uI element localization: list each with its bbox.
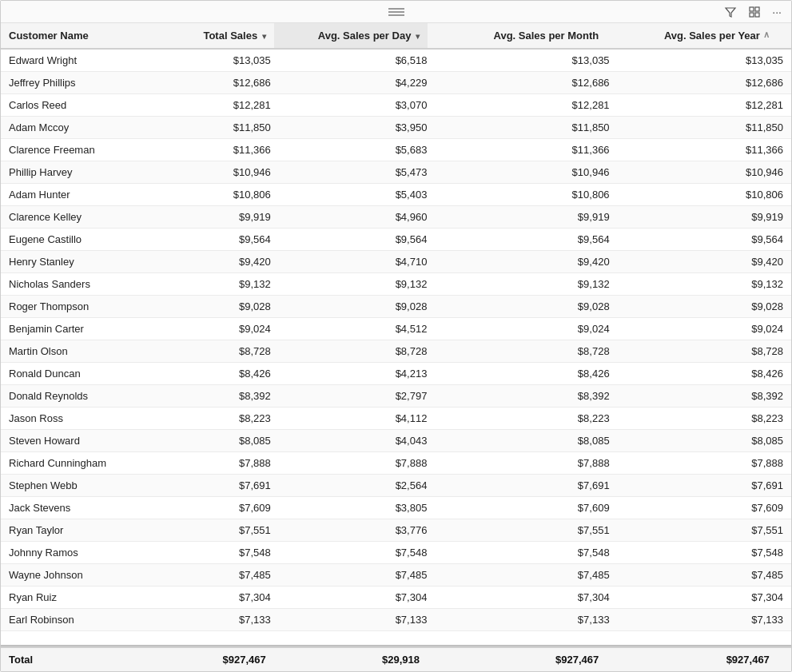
- cell-customer-name: Jeffrey Phillips: [1, 72, 183, 94]
- layout-icon[interactable]: [745, 4, 764, 20]
- cell-avg-year: $7,609: [618, 497, 791, 519]
- table-row: Nicholas Sanders$9,132$9,132$9,132$9,132: [1, 273, 791, 296]
- cell-avg-day: $3,776: [279, 519, 436, 542]
- cell-avg-year: $7,133: [618, 609, 791, 631]
- table-row: Eugene Castillo$9,564$9,564$9,564$9,564: [1, 229, 791, 251]
- cell-avg-day: $9,564: [279, 229, 436, 251]
- cell-avg-day: $4,112: [279, 408, 436, 430]
- cell-avg-month: $9,919: [435, 206, 617, 229]
- cell-avg-year: $11,366: [618, 139, 791, 161]
- cell-avg-day: $2,797: [279, 385, 436, 408]
- cell-avg-year: $11,850: [618, 117, 791, 139]
- table-row: Adam Hunter$10,806$5,403$10,806$10,806: [1, 184, 791, 206]
- cell-total-sales: $7,691: [183, 475, 279, 497]
- cell-avg-year: $9,420: [618, 251, 791, 273]
- svg-rect-3: [755, 13, 759, 17]
- cell-customer-name: Wayne Johnson: [1, 564, 183, 587]
- sort-arrow-day: ▾: [416, 32, 420, 41]
- col-header-avg-day[interactable]: Avg. Sales per Day ▾: [274, 23, 428, 49]
- total-month: $927,467: [428, 647, 607, 671]
- cell-total-sales: $11,850: [183, 117, 279, 139]
- top-bar: ···: [1, 1, 791, 23]
- cell-avg-month: $11,366: [435, 139, 617, 161]
- cell-avg-year: $12,686: [618, 72, 791, 94]
- drag-handle-area[interactable]: [385, 6, 408, 18]
- cell-avg-day: $3,950: [279, 117, 436, 139]
- table-row: Jeffrey Phillips$12,686$4,229$12,686$12,…: [1, 72, 791, 94]
- col-header-total-sales[interactable]: Total Sales ▾: [180, 23, 273, 49]
- cell-avg-day: $4,960: [279, 206, 436, 229]
- cell-avg-year: $7,485: [618, 564, 791, 587]
- cell-avg-day: $7,133: [279, 609, 436, 631]
- cell-customer-name: Phillip Harvey: [1, 161, 183, 184]
- cell-avg-year: $13,035: [618, 50, 791, 72]
- cell-avg-month: $7,485: [435, 564, 617, 587]
- table-row: Henry Stanley$9,420$4,710$9,420$9,420: [1, 251, 791, 273]
- cell-avg-month: $12,686: [435, 72, 617, 94]
- table-row: Edward Wright$13,035$6,518$13,035$13,035: [1, 50, 791, 72]
- table-row: Ryan Ruiz$7,304$7,304$7,304$7,304: [1, 587, 791, 609]
- drag-handle[interactable]: [385, 6, 408, 18]
- cell-avg-month: $7,133: [435, 609, 617, 631]
- cell-customer-name: Stephen Webb: [1, 475, 183, 497]
- cell-total-sales: $7,133: [183, 609, 279, 631]
- cell-customer-name: Clarence Freeman: [1, 139, 183, 161]
- table-row: Wayne Johnson$7,485$7,485$7,485$7,485: [1, 564, 791, 587]
- cell-avg-year: $10,946: [618, 161, 791, 184]
- cell-customer-name: Jason Ross: [1, 408, 183, 430]
- cell-avg-year: $7,551: [618, 519, 791, 542]
- cell-total-sales: $13,035: [183, 50, 279, 72]
- col-header-avg-year[interactable]: Avg. Sales per Year ∧: [607, 23, 778, 49]
- cell-total-sales: $9,564: [183, 229, 279, 251]
- table-wrapper: Customer Name Total Sales ▾ Avg. Sales p…: [1, 23, 791, 671]
- more-options-icon[interactable]: ···: [769, 4, 785, 20]
- scroll-up-indicator: ∧: [763, 30, 770, 40]
- total-year: $927,467: [607, 647, 778, 671]
- cell-avg-day: $6,518: [279, 50, 436, 72]
- cell-avg-month: $7,609: [435, 497, 617, 519]
- table-row: Clarence Kelley$9,919$4,960$9,919$9,919: [1, 206, 791, 229]
- cell-total-sales: $7,609: [183, 497, 279, 519]
- cell-avg-day: $9,028: [279, 296, 436, 318]
- cell-avg-year: $10,806: [618, 184, 791, 206]
- cell-customer-name: Earl Robinson: [1, 609, 183, 631]
- table-row: Richard Cunningham$7,888$7,888$7,888$7,8…: [1, 452, 791, 475]
- table-row: Johnny Ramos$7,548$7,548$7,548$7,548: [1, 542, 791, 564]
- cell-avg-year: $7,304: [618, 587, 791, 609]
- cell-total-sales: $8,223: [183, 408, 279, 430]
- table-scroll-area[interactable]: Edward Wright$13,035$6,518$13,035$13,035…: [1, 50, 791, 645]
- cell-avg-day: $7,485: [279, 564, 436, 587]
- cell-avg-year: $7,888: [618, 452, 791, 475]
- cell-customer-name: Ryan Taylor: [1, 519, 183, 542]
- footer-spacer: [778, 647, 791, 671]
- cell-total-sales: $7,551: [183, 519, 279, 542]
- cell-avg-month: $9,132: [435, 273, 617, 296]
- cell-customer-name: Clarence Kelley: [1, 206, 183, 229]
- cell-total-sales: $8,392: [183, 385, 279, 408]
- cell-avg-year: $9,024: [618, 318, 791, 340]
- cell-avg-month: $8,426: [435, 363, 617, 385]
- cell-customer-name: Jack Stevens: [1, 497, 183, 519]
- cell-avg-month: $9,024: [435, 318, 617, 340]
- cell-total-sales: $12,686: [183, 72, 279, 94]
- cell-total-sales: $7,888: [183, 452, 279, 475]
- col-header-customer-name[interactable]: Customer Name: [1, 23, 180, 49]
- table-row: Donald Reynolds$8,392$2,797$8,392$8,392: [1, 385, 791, 408]
- col-header-avg-month[interactable]: Avg. Sales per Month: [428, 23, 607, 49]
- table-row: Benjamin Carter$9,024$4,512$9,024$9,024: [1, 318, 791, 340]
- cell-avg-year: $8,392: [618, 385, 791, 408]
- cell-total-sales: $9,028: [183, 296, 279, 318]
- cell-customer-name: Nicholas Sanders: [1, 273, 183, 296]
- cell-customer-name: Adam Mccoy: [1, 117, 183, 139]
- cell-customer-name: Ronald Duncan: [1, 363, 183, 385]
- cell-customer-name: Henry Stanley: [1, 251, 183, 273]
- cell-avg-day: $7,888: [279, 452, 436, 475]
- cell-avg-day: $3,805: [279, 497, 436, 519]
- cell-total-sales: $9,132: [183, 273, 279, 296]
- cell-total-sales: $12,281: [183, 94, 279, 117]
- cell-customer-name: Richard Cunningham: [1, 452, 183, 475]
- cell-avg-day: $3,070: [279, 94, 436, 117]
- cell-avg-day: $5,473: [279, 161, 436, 184]
- cell-total-sales: $9,024: [183, 318, 279, 340]
- filter-icon[interactable]: [721, 4, 740, 20]
